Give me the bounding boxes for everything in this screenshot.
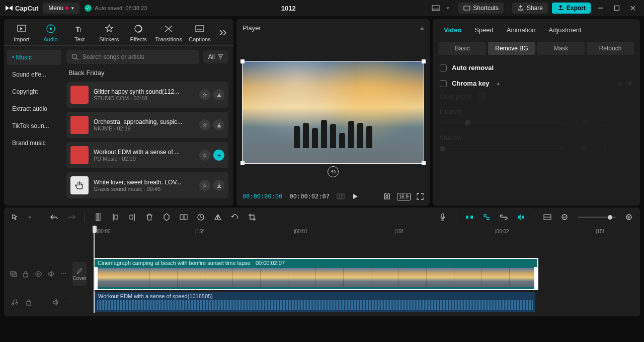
track-item[interactable]: Glitter happy synth sound(112...STUDIO C… [66,82,228,108]
group-button[interactable] [180,213,188,221]
chroma-key-checkbox[interactable] [440,80,447,87]
tab-captions[interactable]: Captions [185,22,214,43]
resize-handle-bl[interactable] [240,161,245,165]
tab-stickers[interactable]: Stickers [95,22,123,43]
delete-button[interactable] [145,213,153,221]
chevron-up-icon[interactable]: ▲ [496,81,500,86]
aspect-ratio-button[interactable]: 16:9 [397,193,411,200]
share-button[interactable]: Share [512,3,548,14]
resize-handle-tl[interactable] [240,59,245,63]
tab-transitions[interactable]: Transitions [154,22,183,43]
keyframe-icon[interactable]: ◇ [614,119,621,126]
tab-animation[interactable]: Animation [502,23,541,37]
maximize-button[interactable] [611,2,623,14]
track-item[interactable]: Orchestra, approaching, suspic...NKJME ·… [66,112,228,138]
selection-tool[interactable] [11,213,19,221]
resize-handle-br[interactable] [422,161,426,165]
cover-button[interactable]: Cover [72,262,87,286]
shadow-value[interactable]: 0 [571,144,598,154]
undo-button[interactable] [50,213,58,221]
rotate-button[interactable] [231,213,239,221]
color-swatch[interactable] [477,92,486,101]
stepper-down[interactable]: ▼ [603,123,609,127]
download-button[interactable] [213,180,224,191]
more-icon[interactable]: ⋯ [60,270,66,278]
export-button[interactable]: Export [552,3,591,14]
layout-button[interactable] [430,2,442,14]
magnet-button[interactable] [465,213,473,221]
menu-button[interactable]: Menu ▼ [43,3,79,14]
chevron-down-icon[interactable]: ▼ [28,216,32,219]
sidebar-item-extract-audio[interactable]: Extract audio [7,101,61,116]
music-icon[interactable] [10,298,18,306]
track-item[interactable]: Workout EDM with a sense of ...PD Music … [66,142,228,168]
tab-effects[interactable]: Effects [125,22,152,43]
compare-button[interactable] [337,193,345,200]
zoom-slider[interactable] [578,217,616,218]
trim-right-button[interactable] [128,213,136,221]
record-voiceover-button[interactable] [439,213,447,221]
track-item[interactable]: White lover, sweet breath. LOV...G-axis … [66,172,228,198]
overlay-icon[interactable] [10,270,17,278]
chevron-down-icon[interactable]: ▼ [446,6,450,11]
intensity-slider[interactable] [440,122,566,123]
stepper-up[interactable]: ▲ [603,145,609,149]
marker-button[interactable] [163,213,171,221]
crop-preview-button[interactable] [383,192,391,200]
subtab-basic[interactable]: Basic [439,42,486,55]
download-button[interactable] [213,119,224,130]
close-button[interactable] [627,2,639,14]
preview-axis-button[interactable] [517,213,525,221]
zoom-out-button[interactable] [560,213,569,221]
shadow-slider[interactable] [440,148,566,150]
download-button[interactable] [213,89,224,100]
timeline-ruler[interactable]: |00:00 |15f |00:01 |15f |00:02 |15f [93,226,640,237]
eye-icon[interactable] [34,270,42,278]
tab-adjustment[interactable]: Adjustment [544,23,587,37]
lock-icon[interactable] [25,298,33,306]
mute-icon[interactable] [48,270,55,278]
search-input[interactable]: Search songs or artists [66,50,199,64]
player-menu-icon[interactable]: ≡ [420,25,424,32]
mirror-button[interactable] [214,213,222,221]
favorite-button[interactable]: ☆ [199,150,210,161]
reset-icon[interactable]: ↺ [626,80,633,87]
play-button[interactable] [352,193,359,200]
timeline-tracks[interactable]: |00:00 |15f |00:01 |15f |00:02 |15f Cine… [93,226,640,313]
sidebar-item-tiktok-sounds[interactable]: TikTok soun... [7,118,61,133]
shortcuts-button[interactable]: Shortcuts [458,3,504,14]
audio-clip[interactable]: Workout EDM with a sense of speed(101650… [94,292,535,312]
favorite-button[interactable]: ☆ [199,119,210,130]
favorite-button[interactable]: ☆ [199,89,210,100]
reset-icon[interactable]: ↺ [626,119,633,126]
zoom-in-button[interactable] [625,213,633,221]
tab-video[interactable]: Video [439,23,466,37]
video-preview[interactable]: ⟲ [242,61,424,164]
trim-left-button[interactable] [111,213,119,221]
sidebar-item-copyright[interactable]: Copyright [7,84,61,99]
resize-handle-tr[interactable] [422,59,426,63]
track-options-button[interactable] [543,213,551,221]
sidebar-item-sound-effects[interactable]: Sound effe... [7,67,61,82]
keyframe-icon[interactable]: ◇ [614,145,621,152]
subtab-retouch[interactable]: Retouch [587,42,634,55]
subtab-mask[interactable]: Mask [537,42,585,55]
stepper-up[interactable]: ▲ [603,118,609,122]
tab-import[interactable]: Import [8,22,35,43]
snap-button[interactable] [482,213,491,221]
sidebar-item-music[interactable]: • Music [7,50,61,65]
more-icon[interactable]: ⋯ [65,298,73,306]
auto-removal-checkbox[interactable] [440,64,447,72]
mute-icon[interactable] [52,298,60,306]
reset-icon[interactable]: ↺ [626,145,633,152]
split-button[interactable] [94,213,102,221]
favorite-button[interactable]: ☆ [199,180,210,191]
subtab-remove-bg[interactable]: Remove BG [488,42,535,55]
tabs-more-button[interactable] [216,27,229,38]
redo-button[interactable] [67,213,75,221]
tab-text[interactable]: TIText [66,22,93,43]
intensity-value[interactable]: 20 [571,117,598,127]
link-button[interactable] [500,213,508,221]
filter-button[interactable]: All [203,50,228,63]
video-clip[interactable]: Cinemagraph camping at beach with bonfir… [94,258,538,290]
